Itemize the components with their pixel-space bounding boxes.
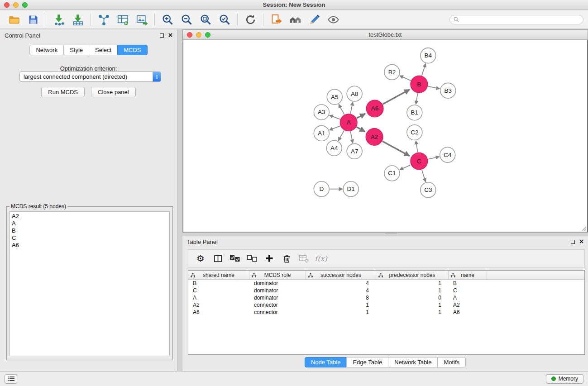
tab-style[interactable]: Style — [63, 45, 89, 55]
network-canvas[interactable]: B4B2BB3A5A8A6B1A3AC2A1A2A4A7C4CC1C3DD1 — [183, 40, 588, 232]
node-C3[interactable]: C3 — [421, 182, 436, 198]
resize-grip-icon[interactable] — [580, 225, 587, 231]
edge-A-A2[interactable] — [357, 127, 365, 131]
memory-button[interactable]: Memory — [546, 374, 583, 384]
add-column-button[interactable] — [262, 252, 277, 265]
export-document-button[interactable] — [267, 12, 286, 27]
dropdown-stepper-icon[interactable]: ▲ ▼ — [153, 72, 161, 81]
annotate-button[interactable] — [305, 12, 324, 27]
node-D[interactable]: D — [314, 181, 329, 197]
node-A5[interactable]: A5 — [327, 89, 342, 105]
select-all-button[interactable] — [227, 252, 243, 265]
splitter-handle[interactable] — [385, 233, 397, 235]
table-row[interactable]: A6connector11A6 — [188, 309, 584, 316]
node-B[interactable]: B — [411, 76, 428, 93]
edge-A-A7[interactable] — [350, 131, 353, 143]
edge-A-A4[interactable] — [339, 130, 344, 141]
tab-mcds[interactable]: MCDS — [117, 45, 147, 55]
column-header-shared-name[interactable]: shared name — [188, 271, 249, 279]
close-panel-icon[interactable]: × — [168, 33, 172, 38]
edge-A-A5[interactable] — [339, 105, 344, 115]
edge-A2-C[interactable] — [382, 141, 410, 156]
edge-A-A3[interactable] — [330, 115, 340, 119]
column-header-predecessor-nodes[interactable]: predecessor nodes — [376, 271, 449, 279]
zoom-out-button[interactable] — [177, 12, 196, 27]
tab-node-table[interactable]: Node Table — [305, 357, 347, 367]
node-B2[interactable]: B2 — [384, 65, 400, 80]
mcds-result-list[interactable]: A2ABCA6 — [10, 211, 170, 356]
node-B3[interactable]: B3 — [440, 83, 456, 98]
network-zoom-icon[interactable] — [205, 32, 210, 38]
close-window-icon[interactable] — [4, 2, 10, 8]
home-views-button[interactable] — [286, 12, 305, 27]
node-B4[interactable]: B4 — [421, 48, 436, 63]
node-B1[interactable]: B1 — [407, 105, 422, 120]
close-table-panel-icon[interactable]: × — [579, 239, 583, 244]
close-panel-button[interactable]: Close panel — [91, 87, 136, 97]
tab-select[interactable]: Select — [89, 45, 118, 55]
function-builder-button[interactable]: f(x) — [313, 252, 329, 265]
zoom-fit-button[interactable] — [196, 12, 215, 27]
edge-C-C3[interactable] — [422, 170, 425, 182]
show-graphics-button[interactable] — [324, 12, 343, 27]
table-row[interactable]: A2connector11A2 — [188, 301, 584, 309]
tab-network[interactable]: Network — [29, 45, 64, 55]
network-minimize-icon[interactable] — [196, 32, 201, 38]
edge-B-B2[interactable] — [400, 76, 411, 81]
node-C1[interactable]: C1 — [384, 166, 400, 181]
column-header-name[interactable]: name — [449, 271, 487, 279]
save-button[interactable] — [24, 12, 43, 27]
result-item[interactable]: B — [12, 227, 167, 234]
edge-B-B4[interactable] — [422, 64, 425, 76]
table-row[interactable]: Adominator80A — [188, 294, 584, 301]
node-C4[interactable]: C4 — [440, 147, 455, 162]
node-C[interactable]: C — [411, 152, 428, 170]
delete-table-button[interactable] — [296, 252, 311, 265]
node-A[interactable]: A — [340, 114, 357, 131]
edge-B-B1[interactable] — [416, 93, 418, 104]
search-field[interactable] — [449, 15, 583, 24]
result-item[interactable]: A6 — [12, 242, 167, 249]
float-panel-icon[interactable] — [160, 33, 164, 38]
deselect-all-button[interactable] — [244, 252, 260, 265]
minimize-window-icon[interactable] — [13, 2, 19, 8]
result-item[interactable]: A — [12, 220, 167, 227]
node-A3[interactable]: A3 — [314, 105, 329, 120]
node-D1[interactable]: D1 — [343, 181, 359, 197]
column-header-MCDS-role[interactable]: MCDS role — [249, 271, 306, 279]
edge-A-A1[interactable] — [330, 126, 340, 130]
node-A7[interactable]: A7 — [347, 143, 362, 159]
export-image-button[interactable] — [132, 12, 151, 27]
network-close-icon[interactable] — [187, 32, 192, 38]
refresh-layout-button[interactable] — [241, 12, 260, 27]
edge-A-A8[interactable] — [350, 102, 353, 114]
edge-A6-B[interactable] — [383, 90, 410, 104]
table-row[interactable]: Bdominator41B — [188, 280, 584, 287]
zoom-in-button[interactable] — [158, 12, 177, 27]
optimization-criterion-dropdown[interactable]: largest connected component (directed) ▲… — [19, 71, 161, 82]
node-C2[interactable]: C2 — [407, 125, 422, 140]
result-item[interactable]: C — [12, 234, 167, 242]
new-network-table-button[interactable] — [113, 12, 132, 27]
node-A8[interactable]: A8 — [347, 86, 362, 101]
run-mcds-button[interactable]: Run MCDS — [41, 87, 85, 97]
tab-edge-table[interactable]: Edge Table — [346, 357, 388, 367]
import-table-button[interactable] — [68, 12, 87, 27]
node-A4[interactable]: A4 — [326, 140, 342, 156]
task-history-button[interactable] — [5, 374, 17, 384]
clone-network-button[interactable] — [94, 12, 113, 27]
edge-C-C2[interactable] — [416, 141, 418, 152]
tab-network-table[interactable]: Network Table — [388, 357, 438, 367]
edge-C-C4[interactable] — [428, 157, 439, 159]
column-header-successor-nodes[interactable]: successor nodes — [306, 271, 376, 279]
float-table-panel-icon[interactable] — [571, 240, 575, 244]
table-settings-button[interactable]: ⚙ — [193, 252, 208, 265]
search-input[interactable] — [461, 16, 579, 23]
tab-motifs[interactable]: Motifs — [437, 357, 466, 367]
node-A6[interactable]: A6 — [366, 100, 383, 117]
node-A1[interactable]: A1 — [314, 126, 329, 141]
zoom-window-icon[interactable] — [22, 2, 28, 8]
table-row[interactable]: Cdominator41C — [188, 287, 584, 294]
edge-A-A6[interactable] — [357, 114, 365, 118]
node-A2[interactable]: A2 — [366, 129, 383, 146]
